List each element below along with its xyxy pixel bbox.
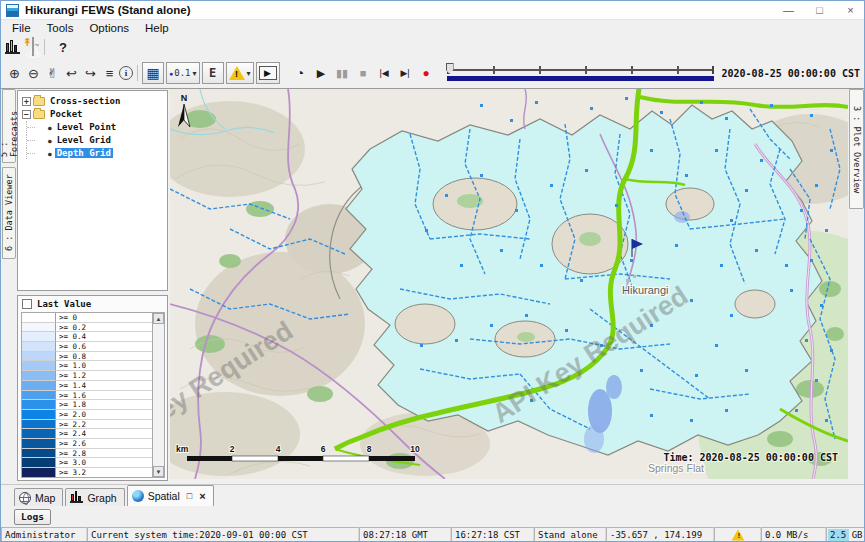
legend-row[interactable]: >= 2.4	[22, 429, 152, 439]
node-bullet-icon: ●	[48, 137, 52, 144]
svg-text:10: 10	[410, 444, 420, 454]
database-explorer-icon[interactable]	[5, 41, 20, 54]
legend-row[interactable]: >= 1.8	[22, 400, 152, 410]
time-slider[interactable]	[447, 63, 714, 83]
tree-row-level-grid[interactable]: ● Level Grid	[18, 134, 167, 146]
legend-row[interactable]: >= 0	[22, 313, 152, 323]
zoom-previous-icon[interactable]: ↩	[62, 63, 81, 83]
legend-row[interactable]: >= 2.0	[22, 410, 152, 420]
info-icon[interactable]: i	[119, 66, 133, 80]
zoom-in-icon[interactable]: ⊕	[5, 63, 24, 83]
legend-panel: Last Value >= 0 >= 0.2	[17, 295, 168, 481]
bottom-tab-bar: Map Graph Spatial □ ×	[1, 484, 865, 506]
maximize-button[interactable]: □	[804, 1, 835, 19]
warning-threshold-dropdown[interactable]: ! ▾	[226, 62, 254, 84]
legend-row[interactable]: >= 0.4	[22, 332, 152, 342]
map-toolbar: ⊕ ⊖ ✌ ↩ ↪ ≡ i ▦ ● 0.1 ▾ E ! ▾ ▶ ◔ ▶ ▮▮ ■…	[1, 58, 865, 89]
dot-icon: ●	[169, 70, 173, 77]
tab-forecasts[interactable]: 5 : Forecasts	[2, 89, 16, 163]
animation-export-button[interactable]: ▶	[256, 62, 280, 84]
legend-row[interactable]: >= 0.6	[22, 342, 152, 352]
last-value-checkbox-row[interactable]: Last Value	[18, 296, 167, 311]
tab-graph[interactable]: Graph	[65, 488, 124, 506]
legend-row[interactable]: >= 1.2	[22, 371, 152, 381]
tree-row-pocket[interactable]: − Pocket	[18, 108, 167, 120]
scroll-up-icon[interactable]: ▲	[153, 313, 164, 324]
legend-row[interactable]: >= 1.4	[22, 381, 152, 391]
spatial-tab-icon	[132, 490, 144, 502]
legend-swatch	[22, 468, 56, 478]
legend-swatch	[22, 342, 56, 352]
step-forward-icon[interactable]: ▶|	[395, 63, 416, 83]
map-canvas[interactable]: API Key Required API Key Required Hikura…	[170, 89, 848, 479]
tree-row-level-point[interactable]: ● Level Point	[18, 121, 167, 133]
status-system-time: Current system time:2020-09-01 00:00 CST	[87, 527, 359, 542]
legend-row[interactable]: >= 0.8	[22, 352, 152, 362]
collapse-icon[interactable]: −	[22, 110, 31, 119]
timeseries-dialog-icon[interactable]: ~↟	[32, 38, 34, 56]
step-back-icon[interactable]: |◀	[374, 63, 395, 83]
minimize-button[interactable]: —	[773, 1, 804, 19]
menu-item[interactable]: File	[4, 22, 39, 34]
legend-value-label: >= 1.2	[56, 371, 152, 381]
tree-row-cross-section[interactable]: + Cross-section	[18, 95, 167, 107]
close-button[interactable]: ×	[835, 1, 865, 19]
legend-row[interactable]: >= 3.0	[22, 458, 152, 468]
title-bar[interactable]: Hikurangi FEWS (Stand alone) — □ ×	[1, 1, 865, 20]
left-tab-strip: 5 : Forecasts 6 : Data Viewer	[1, 89, 16, 484]
stop-icon[interactable]: ■	[353, 63, 374, 83]
status-bar: Administrator Current system time:2020-0…	[1, 527, 865, 542]
legend-scrollbar[interactable]: ▲ ▼	[152, 313, 164, 477]
tab-data-viewer[interactable]: 6 : Data Viewer	[2, 167, 16, 259]
record-icon[interactable]: ●	[416, 63, 437, 83]
legend-row[interactable]: >= 2.2	[22, 420, 152, 430]
play-icon[interactable]: ▶	[311, 63, 332, 83]
pan-icon[interactable]: ✌	[43, 63, 62, 83]
logs-button[interactable]: Logs	[14, 509, 51, 525]
tab-spatial[interactable]: Spatial □ ×	[127, 485, 214, 506]
last-value-label: Last Value	[37, 299, 91, 309]
last-value-checkbox[interactable]	[22, 299, 32, 309]
legend-swatch	[22, 361, 56, 371]
legend-row[interactable]: >= 1.6	[22, 391, 152, 401]
dropdown-arrow-icon: ▾	[247, 69, 251, 78]
help-icon[interactable]: ?	[55, 40, 71, 55]
pause-icon[interactable]: ▮▮	[332, 63, 353, 83]
legend-value-label: >= 1.0	[56, 361, 152, 371]
legend-value-label: >= 2.4	[56, 429, 152, 439]
legend-row[interactable]: >= 2.6	[22, 439, 152, 449]
menu-item[interactable]: Options	[81, 22, 137, 34]
grid-toggle-button[interactable]: ▦	[142, 62, 164, 84]
legend-row[interactable]: >= 2.8	[22, 449, 152, 459]
warning-icon: !	[229, 66, 245, 80]
animation-settings-icon[interactable]: ◔	[290, 63, 311, 83]
zoom-out-icon[interactable]: ⊖	[24, 63, 43, 83]
expand-icon[interactable]: +	[22, 97, 31, 106]
status-coordinates: -35.657 , 174.199	[606, 527, 714, 542]
legend-row[interactable]: >= 3.2	[22, 468, 152, 478]
label-threshold-dropdown[interactable]: ● 0.1 ▾	[166, 62, 200, 84]
legend-value-label: >= 0.6	[56, 342, 152, 352]
tab-map[interactable]: Map	[14, 488, 63, 506]
legend-swatch	[22, 391, 56, 401]
tree-row-depth-grid[interactable]: ● Depth Grid	[18, 147, 167, 159]
legend-swatch	[22, 323, 56, 333]
legend-swatch	[22, 352, 56, 362]
legend-swatch	[22, 410, 56, 420]
legend-row[interactable]: >= 0.2	[22, 323, 152, 333]
menu-item[interactable]: Tools	[39, 22, 82, 34]
legend-swatch	[22, 332, 56, 342]
legend-toggle-button[interactable]: E	[202, 62, 224, 84]
tab-plot-overview[interactable]: 3 : Plot Overview	[849, 89, 864, 209]
legend-value-label: >= 2.8	[56, 449, 152, 459]
spatial-map[interactable]: API Key Required API Key Required Hikura…	[170, 89, 848, 479]
legend-row[interactable]: >= 1.0	[22, 361, 152, 371]
scroll-down-icon[interactable]: ▼	[153, 466, 164, 477]
layers-icon[interactable]: ≡	[100, 63, 119, 83]
zoom-next-icon[interactable]: ↪	[81, 63, 100, 83]
tab-maximize-icon[interactable]: □	[187, 491, 192, 501]
menu-item[interactable]: Help	[137, 22, 177, 34]
status-warning[interactable]: !	[714, 527, 761, 542]
tab-close-icon[interactable]: ×	[199, 490, 205, 502]
svg-text:6: 6	[321, 444, 326, 454]
